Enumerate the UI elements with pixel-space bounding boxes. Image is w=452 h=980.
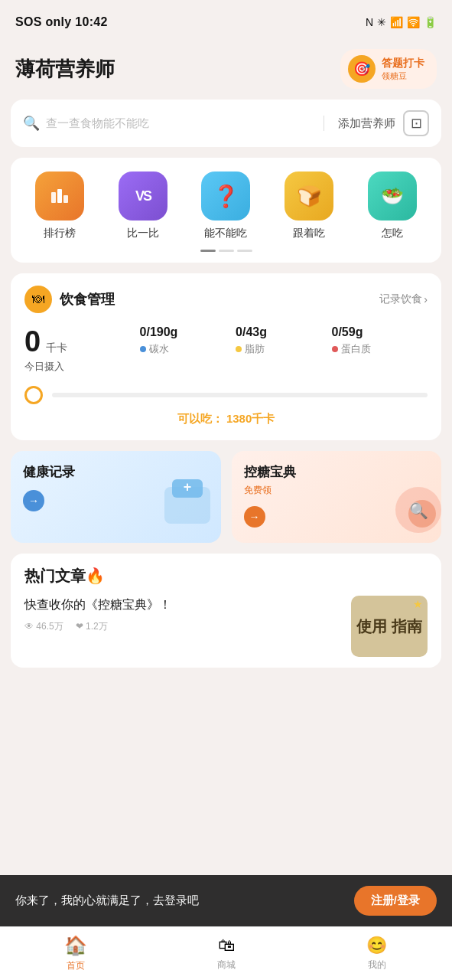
fat-dot: [236, 346, 242, 352]
category-item-ranking[interactable]: 排行榜: [25, 172, 94, 240]
nfc-icon: N: [366, 16, 373, 28]
calories-unit: 千卡: [46, 341, 67, 354]
shop-icon: 🛍: [218, 936, 235, 956]
category-label-compare: 比一比: [127, 227, 159, 240]
search-icon: 🔍: [23, 115, 40, 132]
scan-icon[interactable]: ⊡: [403, 110, 429, 136]
diet-record-link[interactable]: 记录饮食 ›: [379, 292, 428, 306]
tab-home-label: 首页: [67, 959, 85, 972]
quiz-icon: 🎯: [348, 55, 376, 83]
divider: [324, 116, 324, 131]
quiz-title: 答题打卡: [382, 57, 424, 70]
category-label-how-eat: 怎吃: [382, 227, 403, 240]
dot-1: [200, 250, 216, 252]
article-thumb-text: 使用 指南: [356, 617, 422, 635]
category-section: 排行榜 VS 比一比 ❓ 能不能吃 🍞 跟着吃 🥗 怎吃: [11, 158, 441, 263]
mine-icon: 😊: [366, 936, 387, 956]
article-item[interactable]: 快查收你的《控糖宝典》！ 👁 46.5万 ❤ 1.2万 使用 指南 ★: [24, 596, 428, 668]
svg-rect-2: [63, 195, 68, 203]
progress-wrap: [24, 386, 428, 404]
category-item-compare[interactable]: VS 比一比: [109, 172, 177, 240]
login-bar: 你来了，我的心就满足了，去登录吧 注册/登录: [0, 875, 452, 926]
diet-title: 饮食管理: [60, 290, 115, 309]
articles-section: 热门文章🔥 快查收你的《控糖宝典》！ 👁 46.5万 ❤ 1.2万 使用 指南 …: [11, 554, 441, 668]
calories-label: 今日摄入: [24, 360, 140, 374]
tab-mine[interactable]: 😊 我的: [301, 936, 452, 972]
scroll-indicator: [18, 250, 434, 252]
bluetooth-icon: ✳: [377, 16, 386, 28]
diet-icon: 🍽: [24, 286, 52, 313]
category-item-how-eat[interactable]: 🥗 怎吃: [358, 172, 427, 240]
home-icon: 🏠: [64, 935, 87, 956]
health-record-card[interactable]: 健康记录 → +: [11, 451, 221, 543]
sugar-card-image: 🔍: [380, 472, 441, 543]
article-text: 快查收你的《控糖宝典》！ 👁 46.5万 ❤ 1.2万: [24, 596, 340, 633]
protein-label: 蛋白质: [341, 342, 371, 356]
how-eat-icon: 🥗: [368, 172, 417, 220]
health-card-arrow[interactable]: →: [23, 490, 44, 511]
dot-2: [219, 250, 234, 252]
calories-value: 0: [24, 325, 41, 358]
tab-home[interactable]: 🏠 首页: [0, 935, 151, 972]
health-card-image: +: [157, 472, 218, 543]
tab-shop[interactable]: 🛍 商城: [151, 936, 301, 972]
category-label-follow-eat: 跟着吃: [293, 227, 325, 240]
protein-value: 0/59g: [332, 325, 428, 339]
carbs-value: 0/190g: [140, 325, 236, 339]
follow-eat-icon: 🍞: [285, 172, 333, 220]
diet-header: 🍽 饮食管理 记录饮食 ›: [24, 286, 428, 313]
progress-bar-wrap: [52, 393, 428, 397]
svg-text:🔍: 🔍: [409, 501, 428, 520]
ranking-icon: [35, 172, 84, 220]
can-eat-info: 可以吃： 1380千卡: [24, 412, 428, 426]
battery-icon: 🔋: [424, 16, 437, 28]
can-eat-value: 1380千卡: [226, 412, 275, 425]
quiz-sub: 领糖豆: [382, 70, 424, 82]
article-main: 快查收你的《控糖宝典》！: [24, 596, 340, 614]
article-stats: 👁 46.5万 ❤ 1.2万: [24, 620, 340, 633]
stat-protein: 0/59g 蛋白质: [332, 325, 428, 374]
diet-title-wrap: 🍽 饮食管理: [24, 286, 115, 313]
compare-icon: VS: [119, 172, 167, 220]
fat-value: 0/43g: [236, 325, 331, 339]
category-item-can-eat[interactable]: ❓ 能不能吃: [191, 172, 260, 240]
category-row: 排行榜 VS 比一比 ❓ 能不能吃 🍞 跟着吃 🥗 怎吃: [18, 172, 434, 240]
svg-rect-1: [57, 189, 62, 203]
stat-carbs: 0/190g 碳水: [140, 325, 236, 374]
search-placeholder: 查一查食物能不能吃: [46, 116, 149, 131]
quiz-text: 答题打卡 领糖豆: [382, 57, 424, 82]
fat-label: 脂肪: [245, 342, 265, 356]
stat-fat: 0/43g 脂肪: [236, 325, 331, 374]
diet-section: 🍽 饮食管理 记录饮食 › 0 千卡 今日摄入 0/190g 碳水 0/43g: [11, 273, 441, 440]
article-views: 👁 46.5万: [24, 620, 63, 633]
svg-rect-0: [51, 192, 56, 203]
tab-shop-label: 商城: [217, 959, 236, 972]
sugar-card-arrow[interactable]: →: [244, 506, 265, 528]
category-item-follow-eat[interactable]: 🍞 跟着吃: [275, 172, 343, 240]
search-row: 🔍 查一查食物能不能吃 添加营养师 ⊡: [23, 110, 429, 136]
cards-row: 健康记录 → + 控糖宝典 免费领 → 🔍: [11, 451, 441, 543]
quiz-badge[interactable]: 🎯 答题打卡 领糖豆: [340, 49, 437, 89]
svg-text:+: +: [183, 479, 191, 495]
login-bar-text: 你来了，我的心就满足了，去登录吧: [15, 893, 199, 908]
app-title: 薄荷营养师: [15, 56, 115, 83]
wifi-icon: 🛜: [407, 16, 420, 28]
category-label-ranking: 排行榜: [44, 227, 76, 240]
add-nutritionist-button[interactable]: 添加营养师: [338, 116, 395, 131]
sugar-control-card[interactable]: 控糖宝典 免费领 → 🔍: [232, 451, 442, 543]
articles-title: 热门文章🔥: [24, 566, 428, 586]
search-input-wrap[interactable]: 🔍 查一查食物能不能吃: [23, 115, 310, 132]
article-likes: ❤ 1.2万: [76, 620, 108, 633]
stat-main-calories: 0 千卡 今日摄入: [24, 325, 140, 374]
article-thumbnail: 使用 指南 ★: [351, 596, 428, 657]
carbs-dot: [140, 346, 146, 352]
carbs-label: 碳水: [149, 342, 169, 356]
app-header: 薄荷营养师 🎯 答题打卡 领糖豆: [0, 41, 452, 100]
category-label-can-eat: 能不能吃: [204, 227, 247, 240]
register-login-button[interactable]: 注册/登录: [354, 886, 437, 916]
signal-icon: 📶: [390, 16, 403, 28]
thumb-star-icon: ★: [413, 598, 423, 610]
status-bar: SOS only 10:42 N ✳ 📶 🛜 🔋: [0, 0, 452, 41]
progress-circle: [24, 386, 43, 404]
status-icons: N ✳ 📶 🛜 🔋: [366, 16, 437, 28]
